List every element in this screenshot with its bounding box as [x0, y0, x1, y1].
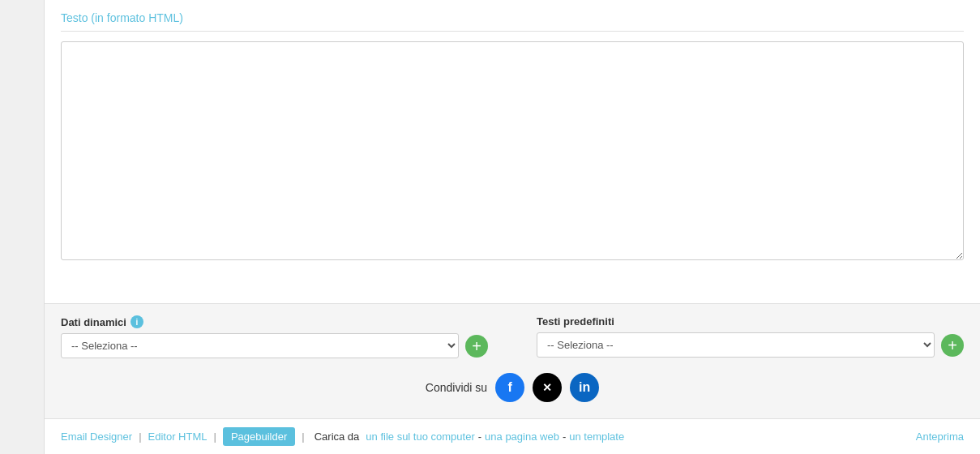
dash-1: -	[478, 430, 481, 443]
pagina-web-link[interactable]: una pagina web	[485, 430, 559, 443]
textarea-wrapper	[45, 32, 980, 303]
testi-predefiniti-label: Testi predefiniti	[537, 315, 964, 328]
sep-1: |	[139, 430, 141, 443]
sidebar	[0, 0, 45, 454]
footer-bar: Email Designer | Editor HTML | Pagebuild…	[45, 418, 980, 454]
testi-predefiniti-group: Testi predefiniti -- Seleziona -- +	[537, 315, 964, 358]
dati-dinamici-label: Dati dinamici i	[61, 315, 488, 328]
dati-dinamici-select[interactable]: -- Seleziona --	[61, 333, 459, 358]
social-share: Condividi su f ✕ in	[61, 373, 964, 402]
testi-predefiniti-select[interactable]: -- Seleziona --	[537, 332, 935, 358]
anteprima-link[interactable]: Anteprima	[916, 430, 964, 443]
template-link[interactable]: un template	[569, 430, 624, 443]
html-textarea[interactable]	[61, 41, 964, 260]
testi-predefiniti-add-button[interactable]: +	[941, 334, 964, 357]
dati-dinamici-text: Dati dinamici	[61, 316, 126, 328]
linkedin-icon[interactable]: in	[570, 373, 599, 402]
footer-left: Email Designer | Editor HTML | Pagebuild…	[61, 427, 624, 446]
dati-dinamici-add-button[interactable]: +	[465, 335, 488, 358]
file-computer-link[interactable]: un file sul tuo computer	[366, 430, 474, 443]
social-share-label: Condividi su	[426, 381, 487, 394]
facebook-icon[interactable]: f	[495, 373, 524, 402]
pagebuilder-button[interactable]: Pagebuilder	[223, 427, 295, 446]
sep-2: |	[214, 430, 216, 443]
dynamic-bar: Dati dinamici i -- Seleziona -- +	[45, 303, 980, 418]
email-designer-link[interactable]: Email Designer	[61, 430, 132, 443]
carica-da-label: Carica da	[315, 430, 360, 443]
dash-2: -	[563, 430, 566, 443]
section-label: Testo (in formato HTML)	[45, 0, 980, 31]
testi-predefiniti-text: Testi predefiniti	[537, 315, 614, 328]
dati-dinamici-info-icon[interactable]: i	[131, 315, 143, 328]
x-icon[interactable]: ✕	[533, 373, 562, 402]
editor-html-link[interactable]: Editor HTML	[148, 430, 208, 443]
dati-dinamici-group: Dati dinamici i -- Seleziona -- +	[61, 315, 488, 358]
sep-3: |	[302, 430, 304, 443]
